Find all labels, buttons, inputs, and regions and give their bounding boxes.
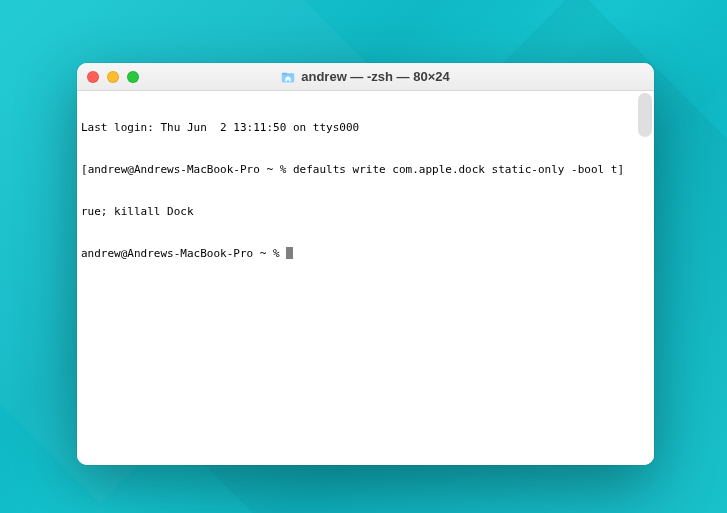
svg-rect-2 [282,74,294,82]
terminal-output: Last login: Thu Jun 2 13:11:50 on ttys00… [81,93,650,289]
svg-rect-1 [282,72,287,76]
home-folder-icon [281,70,295,84]
traffic-lights [77,71,139,83]
last-login-line: Last login: Thu Jun 2 13:11:50 on ttys00… [81,121,650,135]
terminal-window: andrew — -zsh — 80×24 Last login: Thu Ju… [77,63,654,465]
terminal-body[interactable]: Last login: Thu Jun 2 13:11:50 on ttys00… [77,91,654,465]
prompt-line-2: andrew@Andrews-MacBook-Pro ~ % [81,247,650,261]
prompt-2: andrew@Andrews-MacBook-Pro ~ % [81,247,286,261]
cmd-line-1b: rue; killall Dock [81,205,650,219]
last-login-text: Last login: Thu Jun 2 13:11:50 on ttys00… [81,121,359,135]
minimize-button[interactable] [107,71,119,83]
title-wrap: andrew — -zsh — 80×24 [77,69,654,84]
prompt-1: andrew@Andrews-MacBook-Pro ~ % [88,163,293,177]
close-button[interactable] [87,71,99,83]
window-title: andrew — -zsh — 80×24 [301,69,449,84]
cmd-line-1: [andrew@Andrews-MacBook-Pro ~ % defaults… [81,163,650,177]
svg-rect-0 [282,73,294,82]
maximize-button[interactable] [127,71,139,83]
wrap-bracket-close-icon: ] [617,163,624,177]
scrollbar[interactable] [638,93,652,137]
cursor [286,247,293,259]
titlebar[interactable]: andrew — -zsh — 80×24 [77,63,654,91]
wrap-bracket-open-icon: [ [81,163,88,177]
cmd-1a: defaults write com.apple.dock static-onl… [293,163,618,177]
cmd-1b: rue; killall Dock [81,205,194,219]
